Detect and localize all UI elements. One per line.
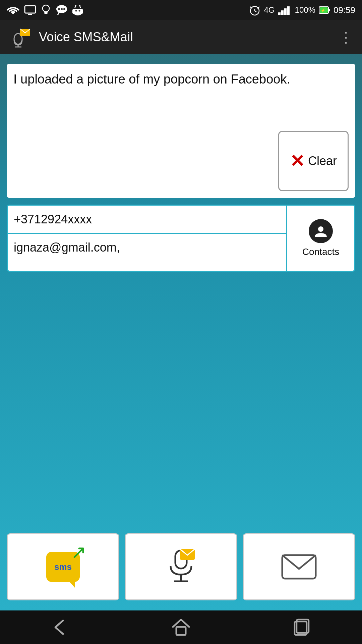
svg-rect-24 [287,6,290,15]
time: 09:59 [334,5,355,15]
svg-point-6 [61,8,63,10]
main-content: I uploaded a picture of my popcorn on Fa… [0,54,362,610]
contacts-icon [309,219,333,243]
screen-mirror-icon [24,5,36,15]
status-info-right: 4G 100% ⚡ 09:59 [249,4,355,16]
svg-point-7 [63,8,65,10]
svg-rect-39 [176,627,186,635]
battery-percentage: 100% [295,5,315,15]
recipients-fields [8,206,287,271]
sms-button[interactable]: sms [7,533,119,600]
svg-rect-21 [278,12,281,15]
clear-button[interactable]: ✕ Clear [278,131,349,191]
nav-bar [0,610,362,644]
app-bar: Voice SMS&Mail ⋮ [0,20,362,54]
svg-rect-17 [82,9,83,13]
email-input[interactable] [8,234,286,261]
signal-icon [278,5,292,15]
svg-point-33 [318,226,323,232]
sms-bubble-tail [69,581,75,588]
svg-rect-23 [284,8,287,15]
status-icons-left [7,4,83,16]
back-button[interactable] [44,615,77,639]
svg-rect-0 [25,6,36,13]
svg-line-20 [255,11,256,12]
clear-x-icon: ✕ [290,151,305,171]
svg-rect-9 [73,9,82,14]
home-button[interactable] [164,615,198,639]
recents-button[interactable] [285,615,318,639]
app-logo-icon [8,25,32,49]
svg-rect-26 [328,9,330,11]
svg-point-10 [75,10,77,12]
speech-bubble-icon [56,4,68,16]
phone-input[interactable] [8,206,286,234]
sms-label: sms [54,562,72,572]
svg-rect-22 [281,10,284,15]
svg-point-15 [79,5,80,6]
svg-point-11 [79,10,80,12]
sms-arrow-icon [71,545,86,560]
svg-rect-16 [72,9,74,13]
mail-button[interactable] [243,533,355,600]
svg-point-5 [58,8,60,10]
contacts-button-label: Contacts [302,247,340,257]
alarm-icon [249,4,261,16]
svg-rect-3 [44,12,48,14]
app-title: Voice SMS&Mail [39,30,339,44]
android-icon [72,4,83,16]
message-box: I uploaded a picture of my popcorn on Fa… [7,64,355,198]
svg-point-14 [75,5,76,6]
network-type: 4G [264,5,275,15]
svg-point-2 [43,5,49,12]
contacts-button[interactable]: Contacts [287,206,354,271]
clear-button-label: Clear [308,154,337,168]
bottom-buttons: sms [7,533,355,604]
bulb-icon [41,4,51,16]
svg-text:⚡: ⚡ [321,8,325,13]
status-bar: 4G 100% ⚡ 09:59 [0,0,362,20]
overflow-menu-button[interactable]: ⋮ [339,29,354,46]
voice-button[interactable] [125,533,237,600]
recipients-box: Contacts [7,205,355,272]
mail-icon [281,553,317,580]
voice-mic-icon [166,548,196,585]
battery-icon: ⚡ [319,6,330,14]
wifi-icon [7,5,19,15]
app-icon [8,25,32,49]
